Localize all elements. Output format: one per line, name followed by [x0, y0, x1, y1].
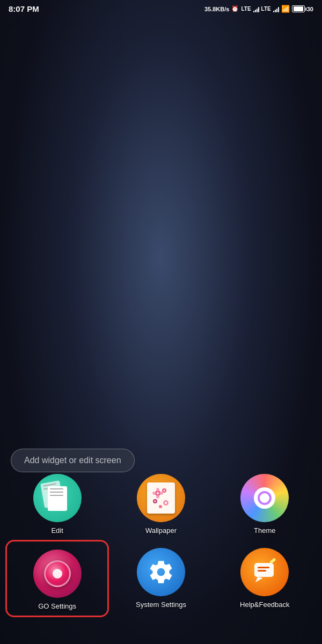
time-display: 8:07 PM [9, 4, 39, 13]
gosettings-icon [33, 550, 82, 598]
battery-level: 30 [307, 6, 313, 12]
app-item-edit[interactable]: Edit [5, 466, 109, 540]
battery-icon [292, 5, 305, 12]
status-icons: 35.8KB/s ⏰ LTE LTE 📶 30 [204, 5, 313, 13]
svg-point-9 [156, 488, 159, 492]
svg-marker-14 [255, 577, 263, 582]
systemsettings-icon [137, 548, 185, 596]
signal-icon-1 [253, 6, 259, 12]
svg-point-7 [165, 502, 167, 504]
svg-point-3 [163, 490, 165, 492]
app-item-helpfeedback[interactable]: Help&Feedback [213, 540, 317, 617]
wifi-icon: 📶 [281, 5, 290, 13]
edit-label: Edit [51, 526, 63, 535]
svg-point-1 [157, 492, 159, 494]
helpfeedback-icon [240, 548, 289, 596]
theme-label: Theme [254, 526, 275, 535]
lte-icon-2: LTE [261, 6, 271, 12]
svg-point-5 [154, 501, 156, 502]
svg-point-8 [159, 505, 162, 508]
app-grid: Edit [0, 460, 322, 628]
svg-point-12 [159, 492, 163, 495]
svg-point-10 [156, 494, 159, 499]
svg-point-11 [152, 492, 157, 495]
network-speed: 35.8KB/s [204, 6, 229, 12]
edit-icon [33, 474, 82, 522]
signal-icon-2 [273, 6, 279, 12]
app-item-systemsettings[interactable]: System Settings [109, 540, 213, 617]
svg-rect-16 [258, 570, 266, 572]
theme-icon [240, 474, 289, 522]
systemsettings-label: System Settings [136, 601, 186, 609]
wallpaper-icon [137, 474, 185, 522]
gosettings-label: GO Settings [38, 602, 76, 610]
app-item-wallpaper[interactable]: Wallpaper [109, 466, 213, 540]
svg-rect-15 [258, 567, 269, 568]
lte-icon: LTE [241, 6, 251, 12]
app-item-gosettings[interactable]: GO Settings [5, 540, 109, 617]
wallpaper-label: Wallpaper [145, 526, 177, 535]
alarm-icon: ⏰ [231, 5, 239, 12]
svg-rect-17 [269, 558, 276, 564]
app-item-theme[interactable]: Theme [213, 466, 317, 540]
helpfeedback-label: Help&Feedback [240, 601, 290, 609]
status-bar: 8:07 PM 35.8KB/s ⏰ LTE LTE 📶 [0, 0, 322, 16]
